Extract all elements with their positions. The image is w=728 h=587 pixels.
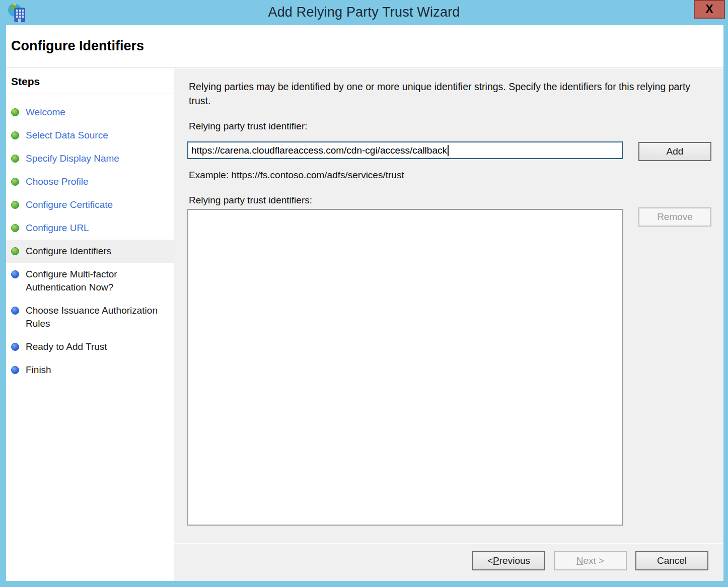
step-label: Welcome: [26, 106, 165, 119]
previous-rest: revious: [499, 555, 530, 566]
next-accel: N: [576, 555, 584, 566]
cancel-button[interactable]: Cancel: [635, 551, 708, 570]
step-label: Specify Display Name: [26, 152, 165, 165]
step-label: Choose Profile: [26, 175, 165, 188]
step-welcome: Welcome: [6, 101, 174, 124]
steps-list: Welcome Select Data Source Specify Displ…: [6, 101, 174, 382]
step-label: Finish: [26, 363, 165, 377]
step-current-bullet-icon: [11, 247, 19, 255]
example-text: Example: https://fs.contoso.com/adfs/ser…: [189, 170, 404, 181]
step-done-bullet-icon: [11, 178, 19, 186]
step-label: Configure Certificate: [26, 198, 165, 211]
step-select-data-source: Select Data Source: [6, 124, 174, 147]
identifier-input[interactable]: https://carena.cloudflareaccess.com/cdn-…: [187, 141, 623, 159]
step-configure-url: Configure URL: [6, 216, 174, 240]
step-done-bullet-icon: [11, 201, 19, 209]
titlebar: Add Relying Party Trust Wizard X: [0, 0, 728, 25]
wizard-window: Add Relying Party Trust Wizard X Configu…: [0, 0, 728, 587]
page-title: Configure Identifiers: [6, 25, 723, 54]
step-done-bullet-icon: [11, 131, 19, 139]
previous-prefix: <: [487, 555, 493, 566]
remove-button[interactable]: Remove: [638, 207, 711, 227]
close-button[interactable]: X: [694, 0, 725, 19]
add-button[interactable]: Add: [638, 142, 711, 161]
step-label: Configure Multi-factor Authentication No…: [26, 268, 165, 294]
next-rest: ext >: [584, 555, 605, 566]
step-label: Configure URL: [26, 222, 165, 235]
step-done-bullet-icon: [11, 155, 19, 163]
step-configure-identifiers: Configure Identifiers: [6, 240, 174, 263]
identifier-field-label: Relying party trust identifier:: [189, 121, 308, 132]
intro-text: Relying parties may be identified by one…: [189, 80, 707, 108]
identifiers-list-label: Relying party trust identifiers:: [189, 195, 312, 206]
step-todo-bullet-icon: [11, 366, 19, 374]
text-caret: [448, 145, 449, 156]
steps-heading: Steps: [6, 76, 174, 94]
previous-accel: P: [493, 555, 499, 566]
step-specify-display-name: Specify Display Name: [6, 147, 174, 170]
previous-button[interactable]: < Previous: [472, 551, 545, 570]
step-label: Configure Identifiers: [26, 245, 165, 258]
steps-sidebar: Steps Welcome Select Data Source Specify…: [6, 68, 174, 581]
main-panel: Relying parties may be identified by one…: [174, 68, 723, 543]
identifiers-listbox[interactable]: [187, 209, 623, 526]
step-todo-bullet-icon: [11, 307, 19, 315]
step-choose-issuance-rules: Choose Issuance Authorization Rules: [6, 299, 174, 335]
step-todo-bullet-icon: [11, 270, 19, 278]
identifier-input-value: https://carena.cloudflareaccess.com/cdn-…: [191, 145, 447, 156]
wizard-body: Configure Identifiers Steps Welcome Sele…: [6, 25, 723, 581]
step-label: Ready to Add Trust: [26, 340, 165, 353]
step-ready-to-add-trust: Ready to Add Trust: [6, 335, 174, 358]
step-label: Select Data Source: [26, 129, 165, 142]
step-finish: Finish: [6, 358, 174, 382]
step-configure-certificate: Configure Certificate: [6, 193, 174, 216]
step-choose-profile: Choose Profile: [6, 170, 174, 193]
window-title: Add Relying Party Trust Wizard: [0, 5, 728, 20]
step-todo-bullet-icon: [11, 343, 19, 351]
step-label: Choose Issuance Authorization Rules: [26, 304, 165, 330]
next-button[interactable]: Next >: [554, 551, 627, 570]
step-done-bullet-icon: [11, 108, 19, 116]
wizard-footer: < Previous Next > Cancel: [174, 543, 723, 581]
page-header: Configure Identifiers: [6, 25, 723, 68]
step-configure-mfa: Configure Multi-factor Authentication No…: [6, 263, 174, 299]
step-done-bullet-icon: [11, 224, 19, 232]
